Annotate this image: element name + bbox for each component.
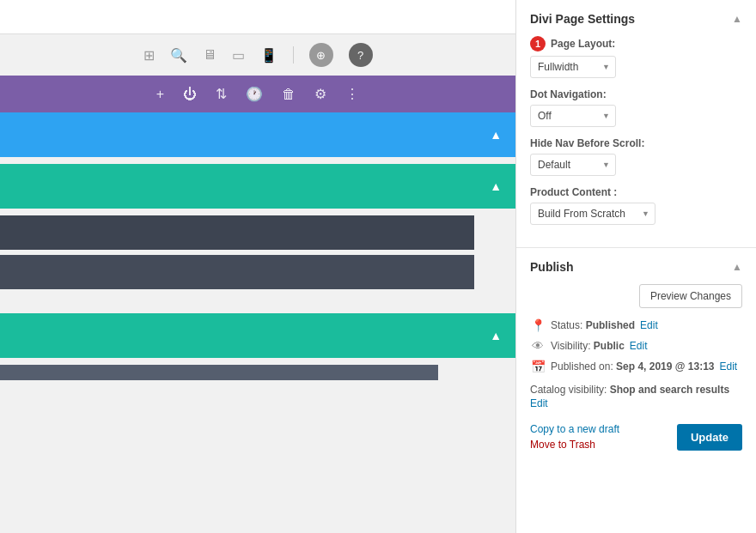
badge-1: 1	[530, 36, 546, 51]
visibility-edit-link[interactable]: Edit	[630, 340, 648, 352]
published-label: Published on: Sep 4, 2019 @ 13:13	[551, 360, 715, 372]
hide-nav-label: Hide Nav Before Scroll:	[530, 137, 742, 149]
publish-meta: 📍 Status: Published Edit 👁 Visibility: P…	[530, 318, 742, 409]
tablet-icon[interactable]: ▭	[232, 47, 245, 64]
copy-draft-link[interactable]: Copy to a new draft	[530, 423, 619, 435]
section-row-blue[interactable]: ▲	[0, 112, 515, 157]
content-area: ▲ ▲ ▲	[0, 112, 515, 380]
builder-area: ⊞ 🔍 🖥 ▭ 📱 ⊕ ? + ⏻ ⇅ 🕐 🗑 ⚙ ⋮ ▲ ▲ ▲	[0, 0, 515, 533]
hide-nav-field: Hide Nav Before Scroll: Default On Off	[530, 137, 742, 176]
visibility-row: 👁 Visibility: Public Edit	[530, 339, 742, 353]
page-settings-title: Divi Page Settings	[530, 12, 635, 26]
status-label: Status: Published	[551, 319, 635, 331]
top-bar	[0, 0, 515, 34]
status-row: 📍 Status: Published Edit	[530, 318, 742, 332]
row-white	[0, 289, 515, 306]
dot-navigation-select[interactable]: Off On	[530, 105, 616, 127]
section-row-teal[interactable]: ▲	[0, 164, 515, 209]
page-layout-select[interactable]: Fullwidth Default	[530, 56, 616, 78]
product-content-select[interactable]: Build From Scratch Use Global Template	[530, 203, 655, 225]
calendar-icon: 📅	[530, 360, 546, 373]
chevron-up-icon: ▲	[490, 128, 502, 142]
chevron-up-icon-2: ▲	[490, 179, 502, 193]
published-row: 📅 Published on: Sep 4, 2019 @ 13:13 Edit	[530, 360, 742, 373]
collapse-settings-icon[interactable]: ▲	[732, 13, 742, 25]
page-layout-select-wrapper: Fullwidth Default	[530, 56, 616, 78]
visibility-label: Visibility: Public	[551, 340, 625, 352]
power-icon[interactable]: ⏻	[183, 87, 197, 102]
catalog-label: Catalog visibility: Shop and search resu…	[530, 384, 729, 396]
dot-navigation-label: Dot Navigation:	[530, 88, 742, 100]
hide-nav-select[interactable]: Default On Off	[530, 154, 616, 176]
published-edit-link[interactable]: Edit	[720, 360, 738, 372]
dot-navigation-field: Dot Navigation: Off On	[530, 88, 742, 127]
row-dark-2	[0, 255, 474, 289]
publish-header: Publish ▲	[530, 260, 742, 274]
page-layout-field: 1 Page Layout: Fullwidth Default	[530, 36, 742, 78]
mobile-icon[interactable]: 📱	[260, 47, 277, 64]
add-section-icon[interactable]: +	[156, 87, 164, 102]
history-icon[interactable]: 🕐	[246, 86, 263, 102]
chevron-up-icon-3: ▲	[490, 329, 502, 342]
collapse-publish-icon[interactable]: ▲	[732, 261, 742, 273]
visibility-icon: 👁	[530, 339, 546, 353]
grid-icon[interactable]: ⊞	[143, 47, 155, 64]
status-edit-link[interactable]: Edit	[640, 319, 658, 331]
hide-nav-select-wrapper: Default On Off	[530, 154, 616, 176]
toolbar-divider	[293, 46, 294, 64]
product-content-field: Product Content : Build From Scratch Use…	[530, 186, 742, 225]
update-button[interactable]: Update	[677, 424, 742, 451]
publish-title: Publish	[530, 260, 574, 274]
section-row-teal-2[interactable]: ▲	[0, 313, 515, 358]
page-settings-header: Divi Page Settings ▲	[530, 12, 742, 26]
help-icon[interactable]: ?	[349, 43, 373, 67]
sliders-icon[interactable]: ⇅	[216, 86, 227, 102]
actions-left: Copy to a new draft Move to Trash	[530, 423, 619, 451]
right-panel: Divi Page Settings ▲ 1 Page Layout: Full…	[515, 0, 756, 533]
dot-navigation-select-wrapper: Off On	[530, 105, 616, 127]
catalog-edit-link[interactable]: Edit	[530, 397, 742, 409]
delete-icon[interactable]: 🗑	[282, 87, 296, 102]
desktop-icon[interactable]: 🖥	[203, 47, 216, 63]
product-content-select-wrapper: Build From Scratch Use Global Template	[530, 203, 655, 225]
row-dark-1	[0, 215, 474, 250]
settings-icon[interactable]: ⚙	[314, 86, 326, 102]
product-content-label: Product Content :	[530, 186, 742, 198]
page-settings-section: Divi Page Settings ▲ 1 Page Layout: Full…	[516, 0, 756, 248]
page-layout-label: 1 Page Layout:	[530, 36, 742, 51]
row-bottom-strip	[0, 365, 438, 380]
publish-actions: Copy to a new draft Move to Trash Update	[530, 423, 742, 451]
preview-changes-button[interactable]: Preview Changes	[639, 284, 742, 308]
zoom-icon[interactable]: ⊕	[309, 43, 333, 67]
search-icon[interactable]: 🔍	[170, 47, 187, 64]
publish-section: Publish ▲ Preview Changes 📍 Status: Publ…	[516, 248, 756, 533]
more-options-icon[interactable]: ⋮	[345, 86, 359, 102]
status-icon: 📍	[530, 318, 546, 332]
view-toolbar: ⊞ 🔍 🖥 ▭ 📱 ⊕ ?	[0, 34, 515, 76]
move-trash-link[interactable]: Move to Trash	[530, 439, 619, 451]
builder-toolbar: + ⏻ ⇅ 🕐 🗑 ⚙ ⋮	[0, 76, 515, 112]
catalog-row: Catalog visibility: Shop and search resu…	[530, 384, 742, 409]
